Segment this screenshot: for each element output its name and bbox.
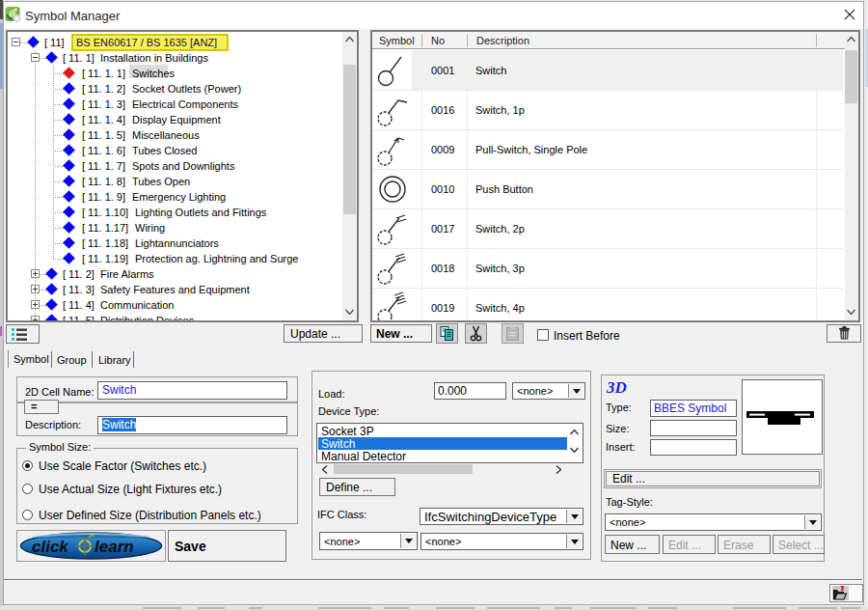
svg-text:click: click	[32, 538, 69, 556]
svg-text:learn: learn	[95, 538, 134, 556]
